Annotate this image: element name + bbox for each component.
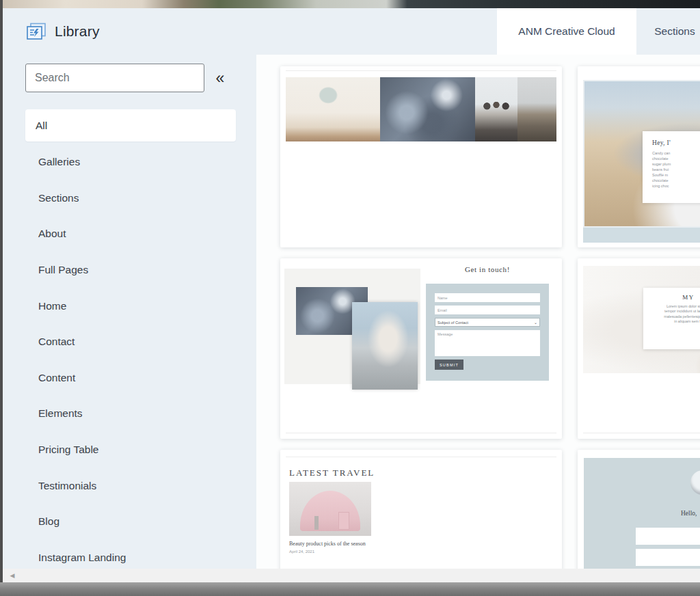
chevron-down-icon: ⌄ <box>534 320 537 325</box>
lipstick-shape <box>314 516 319 530</box>
sidebar-item-content[interactable]: Content <box>3 360 256 396</box>
collapse-sidebar-icon[interactable]: « <box>210 68 230 88</box>
sidebar-item-sections[interactable]: Sections <box>3 180 256 217</box>
divider <box>583 433 700 433</box>
backdrop-bottom <box>0 582 700 596</box>
photo-interior <box>286 77 380 141</box>
template-card-gallery[interactable] <box>280 66 562 247</box>
section-band <box>583 228 700 243</box>
about-line: sugar plum <box>652 161 700 167</box>
photo-cosmetics-pouch <box>289 482 371 536</box>
divider <box>286 433 556 433</box>
sidebar-item-testimonials[interactable]: Testimonials <box>3 468 256 504</box>
template-card-story[interactable]: MY Lorem ipsum dolor sit amet tempor inc… <box>578 258 700 439</box>
gallery-photo-row <box>286 77 556 141</box>
about-line: Candy can <box>652 150 700 156</box>
scroll-left-arrow-icon[interactable]: ◀ <box>8 569 17 582</box>
contact-photo-panel <box>284 269 420 384</box>
tab-sections[interactable]: Sections <box>636 8 700 55</box>
submit-button: SUBMIT <box>435 360 463 370</box>
divider <box>286 70 556 71</box>
contact-form-panel: Name Email Subject of Contact ⌄ Message … <box>426 284 549 381</box>
story-line: tempor incididunt ut labore et. <box>647 309 700 314</box>
about-heading: Hey, I' <box>652 139 700 146</box>
modal-header: Library ANM Creative Cloud Sections <box>3 8 700 55</box>
story-heading: MY <box>647 294 700 301</box>
tube-shape <box>338 512 349 530</box>
template-card-contact[interactable]: Get in touch! Name Email Subject of Cont… <box>280 258 562 439</box>
about-line: chocolate <box>652 156 700 161</box>
hello-greeting: Hello, <box>681 510 697 517</box>
search-input[interactable] <box>25 64 204 92</box>
about-line: icing choc <box>652 183 700 189</box>
page-title: Library <box>55 23 100 40</box>
category-nav: All Galleries Sections About Full Pages … <box>3 109 256 575</box>
pouch-shape <box>300 491 361 530</box>
contact-heading: Get in touch! <box>426 265 549 273</box>
sidebar-item-blog[interactable]: Blog <box>3 504 256 540</box>
template-card-hello[interactable]: Hello, BACK T <box>578 450 700 569</box>
message-field: Message <box>435 330 540 356</box>
divider <box>286 457 556 457</box>
subject-select-label: Subject of Contact <box>438 321 468 325</box>
email-field: Email <box>435 306 540 314</box>
name-field: Name <box>435 293 540 302</box>
sidebar-item-full-pages[interactable]: Full Pages <box>3 252 256 288</box>
library-logo-icon <box>26 23 46 41</box>
subject-select: Subject of Contact ⌄ <box>435 318 540 327</box>
story-text-box: MY Lorem ipsum dolor sit amet tempor inc… <box>643 288 700 349</box>
post-title: Beauty product picks of the season <box>289 541 366 547</box>
photo-three-women <box>475 77 517 141</box>
horizontal-scrollbar[interactable]: ◀ <box>3 569 700 582</box>
sidebar-item-contact[interactable]: Contact <box>3 324 256 360</box>
sidebar-item-pricing-table[interactable]: Pricing Table <box>3 432 256 468</box>
story-line: Lorem ipsum dolor sit amet <box>647 304 700 309</box>
tab-anm-creative-cloud[interactable]: ANM Creative Cloud <box>497 8 636 55</box>
sidebar-item-all[interactable]: All <box>25 109 236 141</box>
screen: Library ANM Creative Cloud Sections « Al… <box>0 0 700 596</box>
about-line: chocolate <box>652 178 700 183</box>
library-modal: Library ANM Creative Cloud Sections « Al… <box>3 8 700 582</box>
template-grid: Hey, I' Candy can chocolate sugar plum b… <box>256 55 700 569</box>
sidebar: « All Galleries Sections About Full Page… <box>3 55 256 569</box>
template-card-about[interactable]: Hey, I' Candy can chocolate sugar plum b… <box>578 66 700 247</box>
back-button: BACK T <box>636 528 700 545</box>
sidebar-item-about[interactable]: About <box>3 216 256 252</box>
about-text-box: Hey, I' Candy can chocolate sugar plum b… <box>643 131 700 203</box>
blog-heading: LATEST TRAVEL <box>289 468 375 478</box>
sidebar-item-galleries[interactable]: Galleries <box>3 144 256 180</box>
sidebar-item-elements[interactable]: Elements <box>3 396 256 432</box>
story-line: malesuada pellentesque elit. L <box>647 314 700 319</box>
photo-woman-with-dog <box>352 302 418 390</box>
hello-panel: Hello, BACK T <box>584 458 700 569</box>
story-line: in aliquam sem fri <box>647 319 700 324</box>
avatar <box>690 470 700 495</box>
link-bar <box>636 549 700 566</box>
photo-blossom-branch <box>380 77 475 141</box>
about-line: beans frui <box>652 167 700 172</box>
about-line: Soufflé m <box>652 172 700 178</box>
photo-paris-rooftops <box>517 77 556 141</box>
post-date: April 24, 2021 <box>289 550 314 554</box>
sidebar-item-home[interactable]: Home <box>3 288 256 324</box>
template-card-blog[interactable]: LATEST TRAVEL Beauty product picks of th… <box>280 450 562 569</box>
